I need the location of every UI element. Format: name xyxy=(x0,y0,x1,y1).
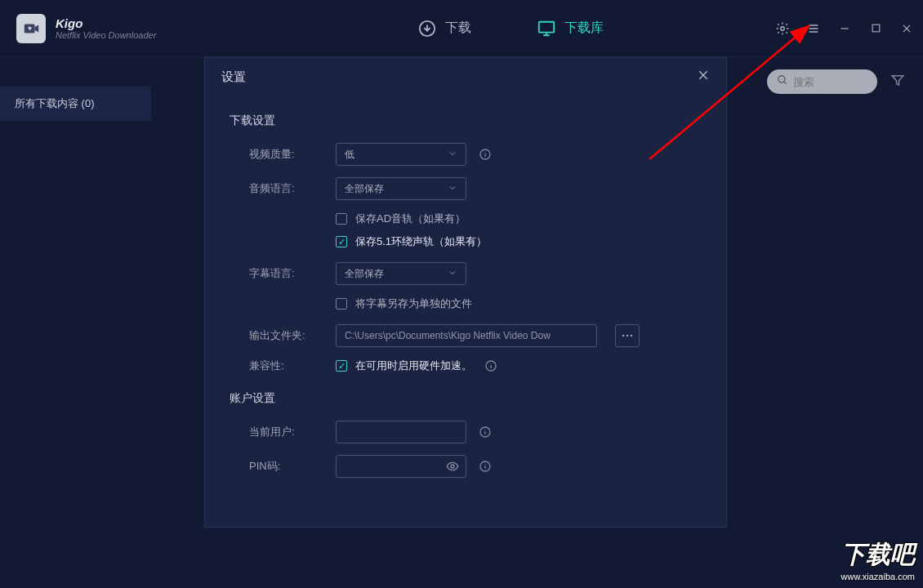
account-section-title: 账户设置 xyxy=(230,391,702,406)
svg-point-7 xyxy=(622,335,624,336)
watermark-text: 下载吧 xyxy=(841,538,915,572)
row-save-51-track: ✓ 保存5.1环绕声轨（如果有） xyxy=(230,234,702,249)
video-quality-value: 低 xyxy=(345,148,354,162)
close-icon[interactable] xyxy=(898,20,915,37)
check-icon: ✓ xyxy=(338,237,346,247)
output-folder-value: C:\Users\pc\Documents\Kigo Netflix Video… xyxy=(345,330,551,341)
watermark-url: www.xiazaiba.com xyxy=(841,572,915,581)
modal-header: 设置 xyxy=(205,58,726,96)
search-area xyxy=(767,69,905,94)
checkbox-ad-track[interactable] xyxy=(336,213,347,225)
subtitle-language-label: 字幕语言: xyxy=(249,266,336,281)
download-section-title: 下载设置 xyxy=(230,114,702,128)
settings-modal: 设置 下载设置 视频质量: 低 音频语言: xyxy=(204,57,727,528)
row-current-user: 当前用户: xyxy=(230,421,702,443)
svg-point-3 xyxy=(781,26,785,30)
svg-point-9 xyxy=(631,335,632,336)
tab-download-label: 下载 xyxy=(445,20,471,37)
audio-language-value: 全部保存 xyxy=(345,182,384,196)
search-input[interactable] xyxy=(793,76,867,88)
row-video-quality: 视频质量: 低 xyxy=(230,143,702,166)
output-folder-input[interactable]: C:\Users\pc\Documents\Kigo Netflix Video… xyxy=(336,324,597,347)
app-subtitle: Netflix Video Downloader xyxy=(56,30,156,40)
row-pin: PIN码: xyxy=(230,455,702,478)
svg-point-12 xyxy=(451,465,454,468)
video-quality-label: 视频质量: xyxy=(249,147,336,162)
audio-language-label: 音频语言: xyxy=(249,181,336,196)
eye-icon[interactable] xyxy=(446,460,459,475)
sidebar-item-label: 所有下载内容 (0) xyxy=(15,97,95,109)
svg-rect-4 xyxy=(872,24,880,32)
subtitle-language-select[interactable]: 全部保存 xyxy=(336,262,466,285)
info-icon[interactable] xyxy=(478,459,493,474)
compatibility-label: 兼容性: xyxy=(249,359,336,373)
ad-track-label: 保存AD音轨（如果有） xyxy=(355,212,466,226)
window-controls xyxy=(774,20,915,37)
checkbox-hardware-accel[interactable]: ✓ xyxy=(336,360,347,372)
video-quality-select[interactable]: 低 xyxy=(336,143,466,166)
app-logo-icon xyxy=(16,14,46,43)
check-icon: ✓ xyxy=(338,361,346,372)
sidebar-item-all-downloads[interactable]: 所有下载内容 (0) xyxy=(0,87,151,121)
modal-title: 设置 xyxy=(221,69,246,85)
app-title: Kigo xyxy=(56,16,156,30)
logo-area: Kigo Netflix Video Downloader xyxy=(16,14,156,43)
tab-download[interactable]: 下载 xyxy=(417,19,471,38)
row-output-folder: 输出文件夹: C:\Users\pc\Documents\Kigo Netfli… xyxy=(230,324,702,347)
search-box[interactable] xyxy=(767,69,877,94)
download-icon xyxy=(417,19,437,38)
hardware-accel-label: 在可用时启用硬件加速。 xyxy=(355,359,472,373)
output-folder-label: 输出文件夹: xyxy=(249,328,336,343)
svg-point-8 xyxy=(626,335,628,336)
checkbox-51-track[interactable]: ✓ xyxy=(336,236,347,247)
chevron-down-icon xyxy=(448,149,457,161)
row-audio-language: 音频语言: 全部保存 xyxy=(230,177,702,200)
row-subtitle-language: 字幕语言: 全部保存 xyxy=(230,262,702,285)
current-user-label: 当前用户: xyxy=(249,425,336,439)
modal-close-icon[interactable] xyxy=(697,69,710,86)
row-save-ad-track: 保存AD音轨（如果有） xyxy=(230,212,702,226)
watermark: 下载吧 www.xiazaiba.com xyxy=(841,538,915,581)
subtitle-language-value: 全部保存 xyxy=(345,267,384,281)
tab-library-label: 下载库 xyxy=(564,20,604,37)
modal-body: 下载设置 视频质量: 低 音频语言: 全部保存 xyxy=(205,96,726,506)
info-icon[interactable] xyxy=(484,359,498,373)
subtitle-separate-label: 将字幕另存为单独的文件 xyxy=(355,296,472,311)
checkbox-subtitle-separate[interactable] xyxy=(336,298,347,310)
pin-label: PIN码: xyxy=(249,459,336,474)
audio-language-select[interactable]: 全部保存 xyxy=(336,177,466,200)
current-user-input[interactable] xyxy=(336,421,466,443)
search-icon xyxy=(777,74,788,89)
maximize-icon[interactable] xyxy=(867,20,884,37)
row-compatibility: 兼容性: ✓ 在可用时启用硬件加速。 xyxy=(230,359,702,373)
51-track-label: 保存5.1环绕声轨（如果有） xyxy=(355,234,487,249)
tab-library[interactable]: 下载库 xyxy=(537,19,604,38)
library-icon xyxy=(537,19,556,38)
svg-rect-2 xyxy=(539,21,554,32)
filter-icon[interactable] xyxy=(890,73,905,91)
row-save-subtitle-separate: 将字幕另存为单独的文件 xyxy=(230,296,702,311)
menu-icon[interactable] xyxy=(805,20,822,37)
chevron-down-icon xyxy=(448,268,457,280)
settings-icon[interactable] xyxy=(774,20,791,37)
info-icon[interactable] xyxy=(478,147,493,162)
svg-point-5 xyxy=(778,76,785,82)
browse-button[interactable] xyxy=(615,324,640,347)
chevron-down-icon xyxy=(448,183,457,195)
info-icon[interactable] xyxy=(478,425,493,439)
tabs: 下载 下载库 xyxy=(417,19,604,38)
titlebar: Kigo Netflix Video Downloader 下载 下载库 xyxy=(0,0,923,57)
pin-input[interactable] xyxy=(336,455,466,478)
minimize-icon[interactable] xyxy=(836,20,853,37)
